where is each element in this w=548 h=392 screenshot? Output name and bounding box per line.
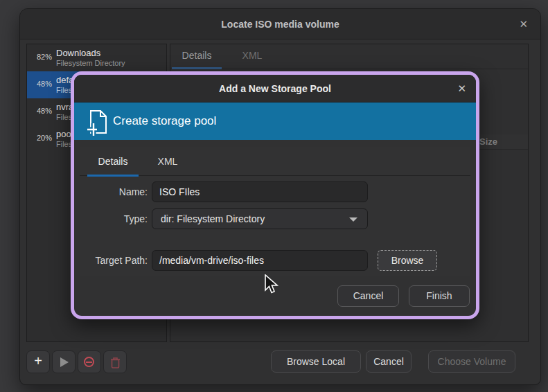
dialog-cancel-button[interactable]: Cancel bbox=[337, 285, 399, 307]
chevron-down-icon bbox=[349, 217, 357, 222]
type-dropdown[interactable]: dir: Filesystem Directory bbox=[152, 208, 368, 229]
target-path-input[interactable] bbox=[152, 250, 368, 271]
dialog-tab-xml-label: XML bbox=[158, 156, 178, 167]
start-pool-button[interactable] bbox=[52, 350, 76, 373]
dialog-tab-xml[interactable]: XML bbox=[152, 151, 184, 174]
tab-details-label: Details bbox=[182, 50, 212, 61]
pool-usage-percent: 48% bbox=[30, 80, 52, 88]
pool-usage-percent: 48% bbox=[30, 107, 52, 115]
pool-detail-tabstrip: Details XML bbox=[170, 44, 528, 69]
pool-type: Filesystem Directory bbox=[56, 59, 125, 67]
main-cancel-button[interactable]: Cancel bbox=[366, 350, 412, 373]
new-document-icon bbox=[85, 109, 111, 136]
type-dropdown-value: dir: Filesystem Directory bbox=[161, 209, 265, 229]
pool-usage-percent: 20% bbox=[30, 134, 52, 142]
type-label: Type: bbox=[80, 208, 148, 229]
name-input[interactable] bbox=[152, 181, 368, 202]
choose-volume-button: Choose Volume bbox=[428, 350, 515, 373]
tab-xml-label: XML bbox=[242, 50, 263, 61]
dialog-tabstrip: Details XML bbox=[80, 147, 470, 176]
name-row: Name: bbox=[80, 181, 470, 202]
dialog-tab-details[interactable]: Details bbox=[87, 151, 139, 174]
play-icon bbox=[60, 357, 69, 367]
tab-active-underline bbox=[172, 67, 222, 69]
target-path-row: Target Path: Browse bbox=[80, 250, 470, 271]
dialog-notebook: Details XML Name: Type: dir: Filesystem … bbox=[80, 147, 470, 276]
dialog-close-icon[interactable]: ✕ bbox=[457, 83, 466, 93]
dialog-tab-active-underline bbox=[87, 175, 139, 177]
add-storage-pool-dialog: Add a New Storage Pool ✕ Create storage … bbox=[71, 71, 479, 319]
plus-icon: + bbox=[27, 351, 49, 371]
dialog-tab-details-label: Details bbox=[98, 156, 128, 167]
dialog-titlebar[interactable]: Add a New Storage Pool bbox=[74, 75, 476, 103]
dialog-title: Add a New Storage Pool bbox=[74, 75, 476, 103]
dialog-finish-button[interactable]: Finish bbox=[409, 285, 470, 307]
type-row: Type: dir: Filesystem Directory bbox=[80, 208, 470, 229]
volume-size-column-header: Size bbox=[479, 136, 497, 147]
pool-usage-percent: 82% bbox=[30, 53, 52, 61]
target-path-label: Target Path: bbox=[80, 250, 148, 271]
browse-local-button[interactable]: Browse Local bbox=[271, 350, 361, 373]
tab-xml[interactable]: XML bbox=[237, 44, 267, 67]
banner-title: Create storage pool bbox=[113, 103, 216, 140]
name-label: Name: bbox=[80, 181, 148, 202]
window-title: Locate ISO media volume bbox=[20, 9, 540, 39]
window-titlebar[interactable]: Locate ISO media volume bbox=[20, 9, 540, 39]
browse-button[interactable]: Browse bbox=[378, 250, 437, 271]
window-close-icon[interactable]: ✕ bbox=[519, 19, 528, 29]
stop-circle-icon bbox=[84, 357, 94, 367]
dialog-banner: Create storage pool bbox=[74, 103, 476, 140]
trash-icon bbox=[110, 357, 121, 368]
delete-pool-button[interactable] bbox=[103, 350, 127, 373]
add-pool-button[interactable]: + bbox=[26, 350, 50, 373]
pool-name: Downloads bbox=[56, 48, 100, 58]
stop-pool-button[interactable] bbox=[78, 350, 101, 373]
tab-details[interactable]: Details bbox=[170, 44, 223, 67]
pool-row-downloads[interactable]: 82% Downloads Filesystem Directory bbox=[27, 44, 166, 71]
